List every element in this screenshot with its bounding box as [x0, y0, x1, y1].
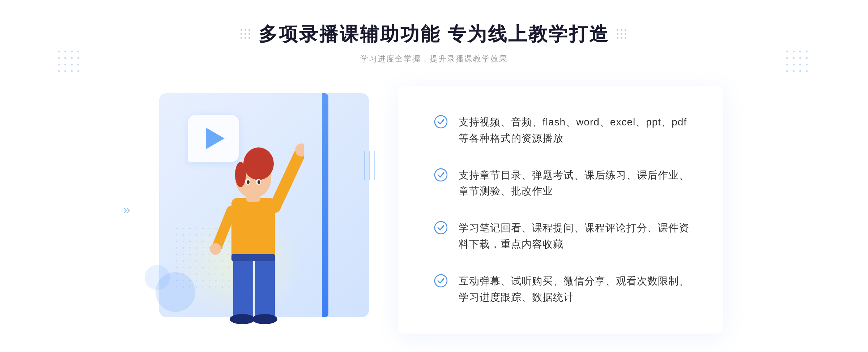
- svg-line-11: [217, 211, 231, 247]
- feature-item-1: 支持视频、音频、flash、word、excel、ppt、pdf等各种格式的资源…: [434, 104, 694, 157]
- feature-item-4: 互动弹幕、试听购买、微信分享、观看次数限制、学习进度跟踪、数据统计: [434, 263, 694, 316]
- svg-point-3: [252, 314, 277, 324]
- header-section: 多项录播课辅助功能 专为线上教学打造 学习进度全掌握，提升录播课教学效果: [0, 22, 868, 64]
- title-dots-right: [617, 29, 627, 40]
- svg-point-18: [435, 116, 447, 128]
- feature-text-4: 互动弹幕、试听购买、微信分享、观看次数限制、学习进度跟踪、数据统计: [459, 273, 694, 306]
- blue-vertical-bar: [322, 93, 328, 317]
- svg-point-17: [258, 180, 260, 184]
- sub-title: 学习进度全掌握，提升录播课教学效果: [360, 53, 508, 64]
- svg-rect-0: [233, 254, 253, 319]
- svg-line-9: [275, 153, 300, 207]
- illustration-container: »: [145, 86, 391, 334]
- features-panel: 支持视频、音频、flash、word、excel、ppt、pdf等各种格式的资源…: [398, 86, 723, 334]
- person-figure: [203, 131, 304, 334]
- svg-point-12: [210, 243, 221, 255]
- check-icon-1: [434, 115, 448, 129]
- feature-text-1: 支持视频、音频、flash、word、excel、ppt、pdf等各种格式的资源…: [459, 114, 694, 147]
- svg-rect-4: [231, 198, 275, 261]
- svg-point-19: [435, 169, 447, 181]
- deco-circle-1: [156, 272, 195, 312]
- title-dots-left: [241, 29, 251, 40]
- vert-lines-decoration: [363, 151, 376, 181]
- svg-rect-13: [231, 254, 275, 261]
- check-icon-3: [434, 221, 448, 235]
- svg-point-7: [243, 147, 274, 180]
- page-container: 多项录播课辅助功能 专为线上教学打造 学习进度全掌握，提升录播课教学效果: [0, 0, 868, 352]
- svg-point-8: [235, 162, 246, 187]
- check-icon-2: [434, 168, 448, 182]
- main-title: 多项录播课辅助功能 专为线上教学打造: [259, 22, 609, 47]
- feature-text-3: 学习笔记回看、课程提问、课程评论打分、课件资料下载，重点内容收藏: [459, 220, 694, 253]
- svg-point-16: [247, 180, 250, 184]
- svg-rect-1: [255, 254, 275, 319]
- svg-point-21: [435, 275, 447, 287]
- title-row: 多项录播课辅助功能 专为线上教学打造: [241, 22, 627, 47]
- feature-item-3: 学习笔记回看、课程提问、课程评论打分、课件资料下载，重点内容收藏: [434, 210, 694, 263]
- feature-item-2: 支持章节目录、弹题考试、课后练习、课后作业、章节测验、批改作业: [434, 157, 694, 210]
- chevron-left-icon: »: [123, 202, 130, 218]
- feature-text-2: 支持章节目录、弹题考试、课后练习、课后作业、章节测验、批改作业: [459, 167, 694, 200]
- svg-point-2: [230, 314, 255, 324]
- content-section: » 支持视频、音频、flash、word、excel、ppt、pdf等各种格式的…: [145, 86, 723, 334]
- check-icon-4: [434, 274, 448, 288]
- svg-point-20: [435, 222, 447, 234]
